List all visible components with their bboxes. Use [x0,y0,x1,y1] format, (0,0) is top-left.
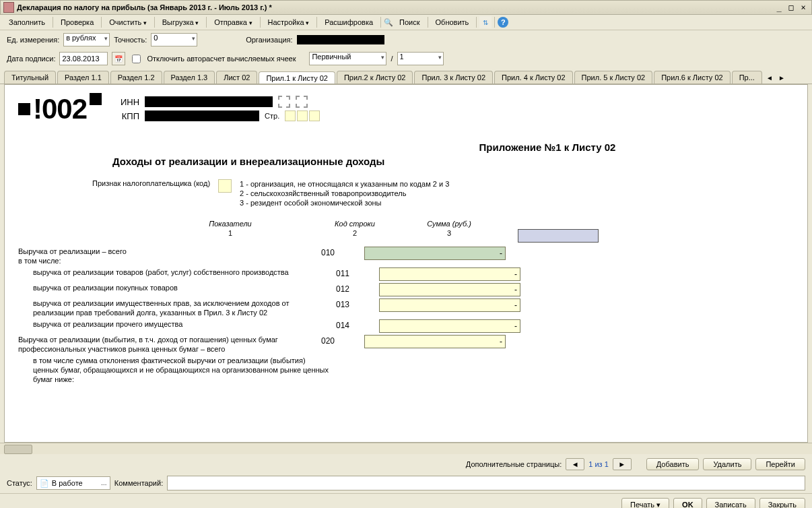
legend-line-1: 1 - организация, не относящаяся к указан… [240,179,449,189]
fill-button[interactable]: Заполнить [4,16,50,28]
inn-label: ИНН [115,97,139,107]
selection-cell[interactable] [518,229,599,243]
row-value-cell[interactable]: - [379,319,520,333]
doc-type-combo[interactable]: Первичный [309,52,386,65]
data-row: в том числе сумма отклонения фактической… [18,356,794,384]
status-label: Статус: [7,479,32,487]
row-value-cell[interactable]: - [364,335,506,348]
tab-scroll-left[interactable]: ◄ [765,71,774,84]
tab-scroll-right[interactable]: ► [777,71,786,84]
tab-5[interactable]: Прил.1 к Листу 02 [259,71,335,84]
search-icon: 🔍 [384,18,393,27]
save-button[interactable]: Записать [706,498,755,508]
tab-3[interactable]: Раздел 1.3 [164,71,215,84]
comment-input[interactable] [167,476,805,490]
pager-label: Дополнительные страницы: [466,460,562,468]
horizontal-scrollbar[interactable] [0,443,812,454]
tab-0[interactable]: Титульный [4,71,56,84]
main-toolbar: Заполнить Проверка Очистить Выгрузка Отп… [0,15,812,30]
row-desc: в том числе сумма отклонения фактической… [18,356,336,384]
legend-line-2: 2 - сельскохозяйственный товаропроизводи… [240,189,449,198]
tab-10[interactable]: Прил.6 к Листу 02 [654,71,731,84]
check-button[interactable]: Проверка [56,16,98,28]
row-value-cell[interactable]: - [379,283,520,296]
inn-extra-2 [296,96,308,108]
minimize-button[interactable]: _ [774,3,784,12]
precision-label: Точность: [114,36,147,44]
close-window-button[interactable]: × [798,3,809,12]
tab-2[interactable]: Раздел 1.2 [110,71,162,84]
clear-button[interactable]: Очистить [104,16,151,28]
units-label: Ед. измерения: [7,36,59,44]
corr-num-spinner[interactable]: 1 [397,52,444,65]
add-page-button[interactable]: Добавить [646,458,700,470]
sign-date-input[interactable] [59,52,108,65]
document-icon: 📄 [40,479,49,488]
disable-autocalc-label: Отключить авторасчет вычисляемых ячеек [147,55,296,63]
row-code: 011 [336,267,379,278]
comment-label: Комментарий: [114,479,163,487]
units-combo[interactable]: в рублях [63,33,110,46]
col-header-1: Показатели [139,220,321,228]
col-num-3: 3 [388,229,510,243]
data-row: выручка от реализации покупных товаров01… [18,283,794,296]
disable-autocalc-checkbox[interactable] [132,55,141,63]
taxpayer-code-box[interactable] [218,179,232,193]
export-button[interactable]: Выгрузка [158,16,203,28]
row-value-cell[interactable]: - [379,267,520,281]
page-next-button[interactable]: ► [613,458,632,470]
row-code [336,356,379,357]
tab-1[interactable]: Раздел 1.1 [57,71,109,84]
send-button[interactable]: Отправка [209,16,257,28]
row-code: 014 [336,319,379,330]
data-row: Выручка от реализации – всегов том числе… [18,247,794,265]
precision-spinner[interactable]: 0 [151,33,197,46]
tab-9[interactable]: Прил. 5 к Листу 02 [574,71,653,84]
data-row: Выручка от реализации (выбытия, в т.ч. д… [18,335,794,354]
org-label: Организация: [246,36,292,44]
kpp-value [145,110,259,121]
row-value-cell[interactable]: - [364,247,506,260]
legend-line-3: 3 - резидент особой экономической зоны [240,198,449,208]
taxpayer-sign-label: Признак налогоплательщика (код) [92,179,210,187]
row-code: 010 [321,247,364,257]
inn-extra-1 [278,96,290,108]
window-title: Декларация по налогу на прибыль (за Янва… [17,3,772,11]
sort-icon[interactable]: ⇅ [479,16,492,28]
form-page[interactable]: !002 ИНН КПП Стр. [4,84,808,443]
close-button[interactable]: Закрыть [759,498,805,508]
row-desc: Выручка от реализации (выбытия, в т.ч. д… [18,335,321,354]
maximize-button[interactable]: □ [786,3,797,12]
refresh-button[interactable]: Обновить [431,16,474,28]
col-num-2: 2 [321,229,388,243]
print-button[interactable]: Печать ▾ [621,498,669,508]
ok-button[interactable]: OK [673,498,702,508]
form-code: !002 [33,93,87,125]
page-prev-button[interactable]: ◄ [566,458,584,470]
help-icon[interactable]: ? [498,17,508,28]
tab-11[interactable]: Пр... [732,71,762,84]
column-headers: Показатели Код строки Сумма (руб.) [139,220,794,228]
params-row-1: Ед. измерения: в рублях Точность: 0 Орга… [0,30,812,49]
tab-8[interactable]: Прил. 4 к Листу 02 [494,71,573,84]
sep-slash: / [391,55,393,63]
tab-7[interactable]: Прил. 3 к Листу 02 [414,71,493,84]
page-indicator: 1 из 1 [588,460,609,468]
app-icon [3,2,14,13]
pager-row: Дополнительные страницы: ◄ 1 из 1 ► Доба… [0,454,812,473]
row-value-cell[interactable]: - [379,298,520,312]
search-button[interactable]: Поиск [395,16,424,28]
settings-button[interactable]: Настройка [263,16,314,28]
kpp-label: КПП [115,111,139,121]
status-value: В работе [52,479,83,487]
col-header-2: Код строки [321,220,388,228]
sign-date-label: Дата подписи: [7,55,55,63]
status-field[interactable]: 📄 В работе … [36,476,110,490]
calendar-icon[interactable]: 📅 [112,52,125,65]
tab-6[interactable]: Прил.2 к Листу 02 [337,71,413,84]
goto-page-button[interactable]: Перейти [755,458,805,470]
row-code: 012 [336,283,379,294]
decode-button[interactable]: Расшифровка [320,16,378,28]
tab-4[interactable]: Лист 02 [216,71,257,84]
delete-page-button[interactable]: Удалить [703,458,751,470]
